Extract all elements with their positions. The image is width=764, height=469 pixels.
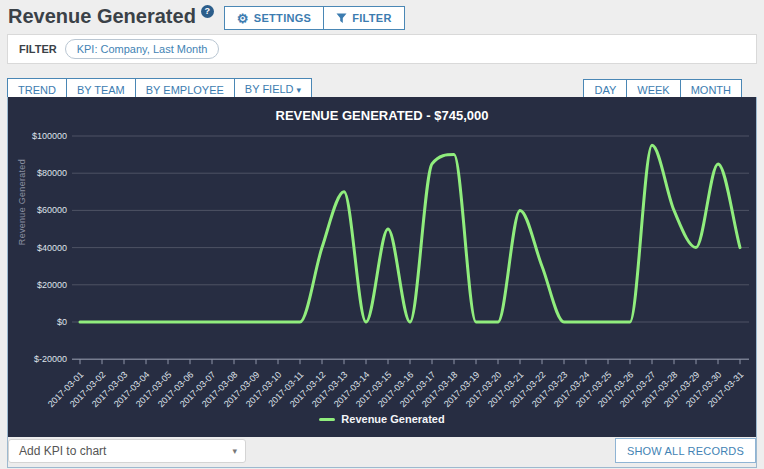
gear-icon: ⚙ (237, 13, 249, 24)
tab-by-field-label: BY FIELD (245, 83, 294, 95)
tab-by-employee[interactable]: BY EMPLOYEE (135, 78, 235, 99)
select-caret-icon: ▾ (232, 446, 237, 456)
page-title: Revenue Generated (8, 3, 196, 29)
funnel-icon (336, 13, 347, 24)
period-tabs: DAY WEEK MONTH (583, 79, 742, 99)
help-icon[interactable]: ? (201, 5, 214, 18)
panel-footer: Add KPI to chart ▾ SHOW ALL RECORDS (8, 437, 756, 466)
svg-text:$40000: $40000 (37, 243, 67, 253)
chart-panel: $-20000$0$20000$40000$60000$80000$100000… (7, 97, 757, 468)
svg-text:$60000: $60000 (37, 205, 67, 215)
y-axis-title: Revenue Generated (17, 159, 27, 245)
svg-text:$100000: $100000 (32, 131, 67, 141)
legend-label: Revenue Generated (341, 413, 444, 425)
tab-by-field[interactable]: BY FIELD▾ (234, 78, 312, 99)
tab-trend[interactable]: TREND (7, 78, 67, 99)
show-all-records-button[interactable]: SHOW ALL RECORDS (615, 438, 756, 463)
chart-area: $-20000$0$20000$40000$60000$80000$100000… (8, 97, 756, 437)
tab-by-team[interactable]: BY TEAM (66, 78, 136, 99)
filter-bar: FILTER KPI: Company, Last Month (7, 34, 757, 64)
filter-chip-kpi[interactable]: KPI: Company, Last Month (65, 39, 220, 59)
chevron-down-icon: ▾ (297, 85, 302, 95)
filter-bar-label: FILTER (19, 43, 57, 55)
add-kpi-select[interactable]: Add KPI to chart ▾ (8, 439, 246, 463)
svg-text:$20000: $20000 (37, 280, 67, 290)
tab-week[interactable]: WEEK (626, 79, 680, 99)
svg-text:$80000: $80000 (37, 168, 67, 178)
tab-day[interactable]: DAY (583, 79, 627, 99)
filter-button[interactable]: FILTER (323, 6, 404, 30)
svg-text:$-20000: $-20000 (34, 354, 67, 364)
chart-svg: $-20000$0$20000$40000$60000$80000$100000… (8, 97, 756, 437)
settings-button[interactable]: ⚙ SETTINGS (224, 6, 324, 30)
tab-month[interactable]: MONTH (680, 79, 742, 99)
svg-text:$0: $0 (57, 317, 67, 327)
legend-line-icon (319, 418, 335, 421)
filter-button-label: FILTER (352, 12, 391, 24)
add-kpi-select-value: Add KPI to chart (19, 444, 106, 458)
chart-title: REVENUE GENERATED - $745,000 (8, 108, 756, 123)
legend-item-revenue-generated[interactable]: Revenue Generated (8, 413, 756, 425)
view-tabs: TREND BY TEAM BY EMPLOYEE BY FIELD▾ (7, 78, 312, 99)
header-button-group: ⚙ SETTINGS FILTER (224, 6, 405, 30)
settings-button-label: SETTINGS (254, 12, 311, 24)
page-header: Revenue Generated ? ⚙ SETTINGS FILTER (8, 3, 405, 33)
